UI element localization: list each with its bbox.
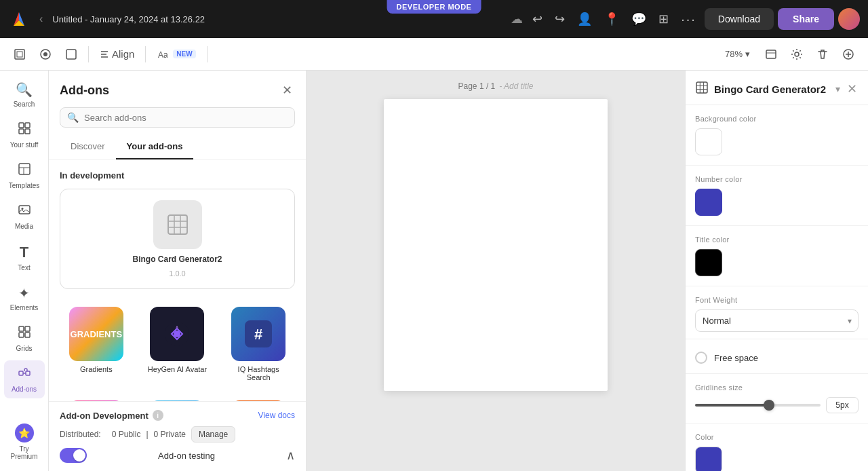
- collaborators-button[interactable]: 👤: [573, 7, 596, 31]
- app-logo[interactable]: [8, 8, 30, 30]
- zoom-value: 78%: [725, 49, 743, 59]
- svg-rect-20: [19, 164, 30, 174]
- search-icon: 🔍: [16, 81, 33, 98]
- avatar[interactable]: [838, 8, 860, 30]
- sidebar-item-media[interactable]: Media: [4, 197, 45, 236]
- frame-tool-button[interactable]: [8, 44, 31, 64]
- tab-your-addons[interactable]: Your add-ons: [116, 136, 194, 159]
- svg-point-12: [795, 52, 799, 56]
- toolbar-separator-2: [145, 46, 146, 62]
- dev-footer-title: Add-on Development i: [60, 410, 163, 421]
- redo-button[interactable]: ↪: [551, 7, 569, 31]
- addon-extra-2[interactable]: [141, 396, 214, 401]
- background-color-label: Background color: [695, 115, 859, 123]
- view-docs-link[interactable]: View docs: [258, 411, 295, 420]
- rp-chevron-icon[interactable]: ▾: [835, 83, 840, 94]
- more-options-button[interactable]: ···: [677, 7, 701, 31]
- sidebar-item-try-premium[interactable]: ⭐ Try Premium: [4, 418, 45, 466]
- sidebar: 🔍 Search Your stuff: [0, 71, 49, 471]
- zoom-button[interactable]: 78% ▾: [718, 45, 757, 62]
- location-button[interactable]: 📍: [600, 7, 623, 31]
- addon-testing-toggle[interactable]: [60, 448, 87, 463]
- page-view-button[interactable]: [760, 44, 783, 64]
- tabs-row: Discover Your add-ons: [49, 136, 306, 159]
- number-color-label: Number color: [695, 175, 859, 183]
- gridlines-slider[interactable]: [695, 404, 821, 407]
- addon-testing-row: Add-on testing ∧: [60, 448, 295, 463]
- canvas-area[interactable]: Page 1 / 1 - Add title: [307, 71, 685, 471]
- tab-discover[interactable]: Discover: [60, 136, 116, 159]
- addon-testing-label: Add-on testing: [158, 451, 215, 461]
- new-badge: NEW: [173, 50, 195, 58]
- background-color-swatch[interactable]: [695, 128, 722, 155]
- free-space-section: Free space: [686, 339, 868, 374]
- color-swatch-blue[interactable]: [695, 447, 722, 471]
- cloud-sync-icon[interactable]: ☁: [511, 12, 523, 26]
- addon-iq-hashtags[interactable]: # IQ Hashtags Search: [222, 303, 295, 385]
- slider-row: 5px: [695, 397, 859, 413]
- svg-rect-10: [766, 50, 776, 58]
- number-color-swatch[interactable]: [695, 189, 722, 216]
- sidebar-item-elements[interactable]: ✦ Elements: [4, 280, 45, 317]
- font-weight-label: Font Weight: [695, 296, 859, 304]
- present-button[interactable]: ⊞: [654, 7, 673, 31]
- search-input[interactable]: [84, 113, 288, 123]
- svg-rect-16: [19, 123, 24, 128]
- color-section: Color: [686, 423, 868, 471]
- sidebar-item-add-ons[interactable]: Add-ons: [4, 360, 45, 398]
- delete-button[interactable]: [811, 44, 834, 64]
- your-stuff-icon: [18, 121, 31, 138]
- svg-rect-25: [19, 326, 24, 331]
- sidebar-item-text[interactable]: T Text: [4, 238, 45, 277]
- sidebar-item-grids[interactable]: Grids: [4, 320, 45, 358]
- background-color-section: Background color: [686, 105, 868, 166]
- iq-hashtags-image: #: [231, 307, 285, 361]
- rp-close-button[interactable]: ✕: [846, 80, 859, 98]
- download-button[interactable]: Download: [705, 8, 774, 30]
- addon-heygen[interactable]: HeyGen AI Avatar: [141, 303, 214, 385]
- addon-gradients[interactable]: GRADIENTS Gradients: [60, 303, 133, 385]
- sidebar-item-search[interactable]: 🔍 Search: [4, 76, 45, 113]
- free-space-row: Free space: [695, 349, 859, 366]
- title-color-swatch[interactable]: [695, 249, 722, 276]
- settings-button[interactable]: [785, 44, 808, 64]
- rp-header: Bingo Card Generator2 ▾ ✕: [686, 71, 868, 105]
- gridlines-value: 5px: [826, 397, 859, 413]
- topbar: ‹ Untitled - January 24, 2024 at 13.26.2…: [0, 0, 868, 38]
- free-space-radio[interactable]: [695, 352, 707, 364]
- add-page-button[interactable]: [837, 44, 860, 64]
- toolbar-separator-3: [207, 46, 208, 62]
- addon-extra-3[interactable]: [222, 396, 295, 401]
- mask-tool-button[interactable]: [34, 44, 57, 64]
- svg-rect-26: [25, 326, 30, 331]
- heygen-name: HeyGen AI Avatar: [148, 365, 207, 373]
- addon-row2: [60, 396, 295, 401]
- add-title-text[interactable]: - Add title: [499, 81, 533, 91]
- addons-panel: Add-ons ✕ 🔍 Discover Your add-ons In dev…: [49, 71, 307, 471]
- align-button[interactable]: Align: [94, 44, 140, 64]
- info-icon[interactable]: i: [153, 410, 163, 421]
- addon-extra-1[interactable]: [60, 396, 133, 401]
- sidebar-item-templates[interactable]: Templates: [4, 157, 45, 195]
- dev-footer: Add-on Development i View docs Distribut…: [49, 401, 306, 471]
- svg-rect-31: [168, 215, 187, 234]
- translate-button[interactable]: Aa NEW: [151, 45, 201, 64]
- back-button[interactable]: ‹: [35, 10, 47, 28]
- svg-rect-40: [696, 82, 707, 93]
- font-weight-select[interactable]: Normal Bold Light: [695, 309, 859, 332]
- svg-point-37: [174, 331, 180, 337]
- bingo-card-dev-card[interactable]: Bingo Card Generator2 1.0.0: [60, 189, 295, 289]
- comments-button[interactable]: 💬: [627, 7, 650, 31]
- svg-rect-27: [19, 333, 24, 337]
- undo-button[interactable]: ↩: [528, 7, 547, 31]
- share-button[interactable]: Share: [778, 8, 834, 30]
- main-layout: 🔍 Search Your stuff: [0, 71, 868, 471]
- svg-text:#: #: [254, 326, 262, 343]
- svg-rect-28: [25, 333, 30, 337]
- shape-tool-button[interactable]: [60, 44, 83, 64]
- canvas-page[interactable]: [384, 99, 608, 391]
- panel-close-button[interactable]: ✕: [279, 80, 295, 100]
- toggle-chevron-icon[interactable]: ∧: [286, 448, 295, 463]
- sidebar-item-your-stuff[interactable]: Your stuff: [4, 116, 45, 154]
- manage-button[interactable]: Manage: [191, 426, 235, 442]
